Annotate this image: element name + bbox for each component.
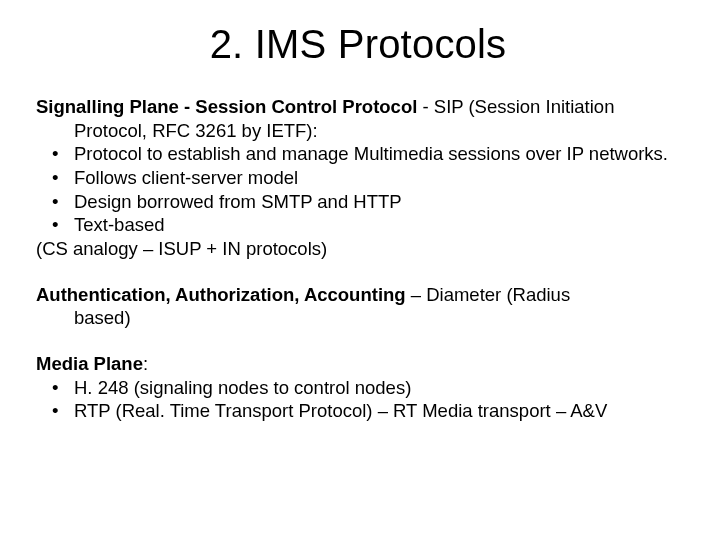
section-media: Media Plane: H. 248 (signaling nodes to …	[36, 352, 680, 423]
signalling-tail: (CS analogy – ISUP + IN protocols)	[36, 237, 680, 261]
slide: 2. IMS Protocols Signalling Plane - Sess…	[0, 0, 720, 540]
aaa-lead-cont: based)	[74, 306, 680, 330]
aaa-lead-bold: Authentication, Authorization, Accountin…	[36, 284, 406, 305]
media-bullets: H. 248 (signaling nodes to control nodes…	[36, 376, 680, 423]
aaa-lead: Authentication, Authorization, Accountin…	[36, 283, 680, 307]
media-lead-rest: :	[143, 353, 148, 374]
slide-title: 2. IMS Protocols	[36, 22, 680, 67]
signalling-lead-bold: Signalling Plane - Session Control Proto…	[36, 96, 417, 117]
signalling-lead-rest: - SIP (Session Initiation	[417, 96, 614, 117]
list-item: Protocol to establish and manage Multime…	[36, 142, 680, 166]
aaa-lead-rest: – Diameter (Radius	[406, 284, 571, 305]
media-lead: Media Plane:	[36, 352, 680, 376]
section-aaa: Authentication, Authorization, Accountin…	[36, 283, 680, 330]
list-item: RTP (Real. Time Transport Protocol) – RT…	[36, 399, 680, 423]
signalling-lead-cont: Protocol, RFC 3261 by IETF):	[74, 119, 680, 143]
list-item: Text-based	[36, 213, 680, 237]
section-signalling: Signalling Plane - Session Control Proto…	[36, 95, 680, 261]
list-item: H. 248 (signaling nodes to control nodes…	[36, 376, 680, 400]
signalling-lead: Signalling Plane - Session Control Proto…	[36, 95, 680, 119]
list-item: Follows client-server model	[36, 166, 680, 190]
signalling-bullets: Protocol to establish and manage Multime…	[36, 142, 680, 237]
slide-body: Signalling Plane - Session Control Proto…	[36, 95, 680, 423]
list-item: Design borrowed from SMTP and HTTP	[36, 190, 680, 214]
media-lead-bold: Media Plane	[36, 353, 143, 374]
